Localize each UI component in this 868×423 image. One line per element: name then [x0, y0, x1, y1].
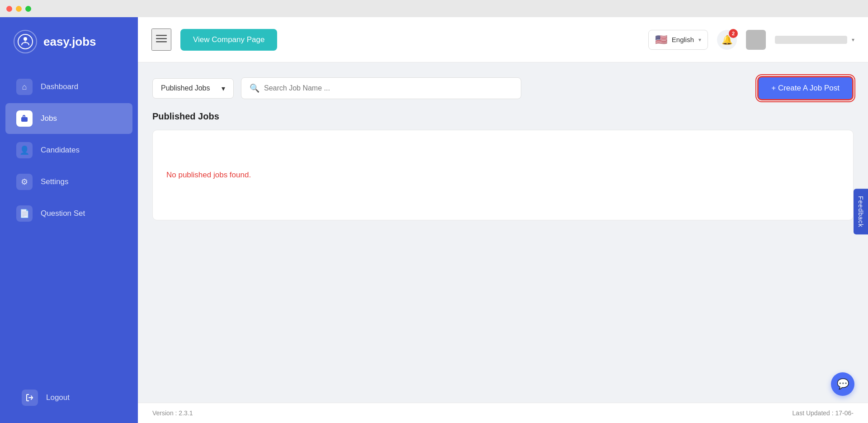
avatar: [746, 30, 766, 50]
jobs-container: No published jobs found.: [152, 130, 854, 220]
page-content: Published Jobs ▾ 🔍 + Create A Job Post P…: [138, 62, 868, 403]
close-button[interactable]: [6, 6, 12, 12]
svg-rect-6: [156, 38, 167, 39]
sidebar-logout-section: Logout: [0, 372, 138, 423]
create-job-button[interactable]: + Create A Job Post: [757, 76, 854, 100]
logout-label: Logout: [46, 393, 70, 402]
notification-badge: 2: [729, 29, 738, 38]
sidebar-nav: ⌂ Dashboard Jobs 👤 Candidates ⚙ Settings: [0, 66, 138, 372]
language-selector[interactable]: 🇺🇸 English ▾: [648, 30, 708, 50]
candidates-icon: 👤: [16, 142, 33, 158]
main-content: View Company Page 🇺🇸 English ▾ 🔔 2 ▾ Pub…: [138, 17, 868, 423]
svg-rect-5: [156, 35, 167, 36]
sidebar-item-label: Jobs: [41, 114, 57, 123]
settings-icon: ⚙: [16, 174, 33, 190]
user-info: ▾: [775, 36, 854, 44]
empty-state-message: No published jobs found.: [166, 171, 251, 180]
chat-bubble[interactable]: 💬: [831, 372, 854, 396]
dropdown-chevron-icon: ▾: [222, 84, 225, 93]
logo-icon: [14, 30, 37, 53]
logout-button[interactable]: Logout: [11, 382, 127, 413]
title-bar: [0, 0, 868, 17]
toolbar: Published Jobs ▾ 🔍 + Create A Job Post: [152, 76, 854, 100]
sidebar-item-label: Question Set: [41, 209, 85, 218]
search-input[interactable]: [264, 84, 513, 92]
search-box: 🔍: [241, 77, 521, 99]
jobs-icon: [16, 110, 33, 127]
chevron-down-icon: ▾: [698, 37, 701, 43]
status-dropdown[interactable]: Published Jobs ▾: [152, 78, 234, 99]
svg-rect-7: [156, 41, 167, 43]
section-title: Published Jobs: [152, 111, 854, 122]
sidebar-item-question-set[interactable]: 📄 Question Set: [5, 198, 132, 229]
user-name-placeholder: [775, 36, 847, 44]
sidebar-item-candidates[interactable]: 👤 Candidates: [5, 135, 132, 166]
sidebar-item-label: Candidates: [41, 146, 80, 155]
sidebar-item-label: Settings: [41, 177, 68, 186]
footer: Version : 2.3.1 Last Updated : 17-06-: [138, 403, 868, 423]
logo: easy.jobs: [0, 17, 138, 66]
version-label: Version : 2.3.1: [152, 409, 193, 417]
flag-icon: 🇺🇸: [655, 34, 667, 46]
header: View Company Page 🇺🇸 English ▾ 🔔 2 ▾: [138, 17, 868, 62]
maximize-button[interactable]: [25, 6, 31, 12]
view-company-button[interactable]: View Company Page: [180, 29, 277, 51]
status-dropdown-label: Published Jobs: [161, 84, 210, 92]
logout-icon: [22, 390, 38, 406]
sidebar-item-settings[interactable]: ⚙ Settings: [5, 166, 132, 197]
svg-rect-3: [21, 117, 28, 122]
logo-text: easy.jobs: [43, 35, 96, 49]
hamburger-button[interactable]: [151, 29, 171, 51]
sidebar: easy.jobs ⌂ Dashboard Jobs 👤 Candidates: [0, 17, 138, 423]
minimize-button[interactable]: [16, 6, 22, 12]
svg-point-2: [24, 41, 26, 43]
feedback-tab[interactable]: Feedback: [854, 189, 868, 234]
home-icon: ⌂: [16, 79, 33, 95]
notification-button[interactable]: 🔔 2: [717, 30, 737, 50]
sidebar-item-label: Dashboard: [41, 82, 78, 91]
user-chevron-icon: ▾: [852, 37, 854, 43]
sidebar-item-dashboard[interactable]: ⌂ Dashboard: [5, 71, 132, 102]
language-label: English: [672, 36, 694, 43]
question-set-icon: 📄: [16, 205, 33, 222]
sidebar-item-jobs[interactable]: Jobs: [5, 103, 132, 134]
search-icon: 🔍: [250, 83, 259, 93]
svg-point-1: [24, 37, 27, 41]
last-updated-label: Last Updated : 17-06-: [793, 409, 854, 417]
